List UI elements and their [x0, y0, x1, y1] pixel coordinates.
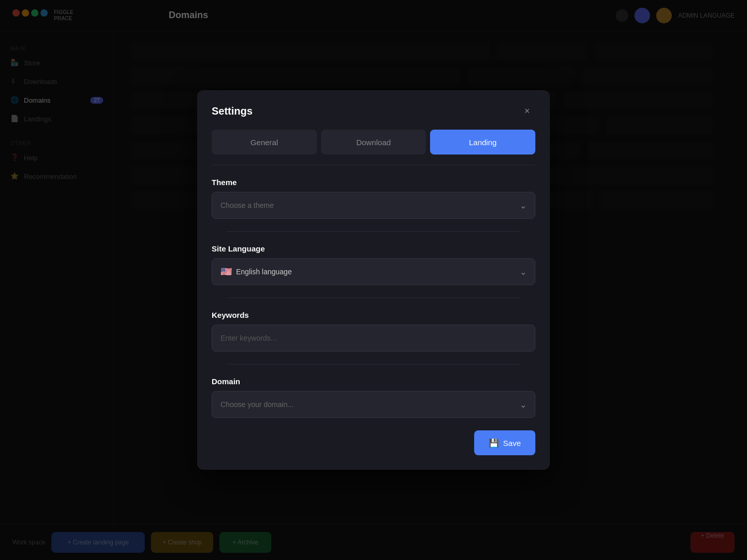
- tabs-bar: General Download Landing: [197, 130, 550, 165]
- theme-select[interactable]: Choose a theme ⌄: [212, 192, 535, 219]
- domain-chevron-icon: ⌄: [520, 400, 527, 410]
- theme-chevron-icon: ⌄: [520, 201, 527, 211]
- tab-download[interactable]: Download: [321, 130, 426, 155]
- domain-select-text: Choose your domain...: [220, 400, 294, 409]
- domain-select[interactable]: Choose your domain... ⌄: [212, 391, 535, 418]
- modal-title: Settings: [212, 105, 253, 117]
- divider-1: [226, 231, 521, 232]
- close-button[interactable]: ×: [519, 103, 535, 119]
- flag-icon: 🇺🇸: [220, 266, 232, 277]
- save-icon: 💾: [489, 438, 499, 448]
- modal-header: Settings ×: [197, 90, 550, 130]
- language-select[interactable]: 🇺🇸 English language ⌄: [212, 258, 535, 285]
- tab-general[interactable]: General: [212, 130, 317, 155]
- language-select-text: 🇺🇸 English language: [220, 266, 292, 277]
- domain-label: Domain: [212, 377, 535, 386]
- divider-2: [226, 298, 521, 298]
- modal-overlay: Settings × General Download Landing Them…: [0, 0, 747, 560]
- settings-modal: Settings × General Download Landing Them…: [197, 90, 550, 470]
- save-btn-row: 💾 Save: [212, 430, 535, 455]
- theme-select-text: Choose a theme: [220, 201, 274, 209]
- theme-label: Theme: [212, 178, 535, 187]
- domain-section: Domain Choose your domain... ⌄: [212, 377, 535, 418]
- save-button[interactable]: 💾 Save: [474, 430, 535, 455]
- keywords-section: Keywords: [212, 311, 535, 352]
- divider-3: [226, 364, 521, 365]
- tab-landing[interactable]: Landing: [430, 130, 535, 155]
- keywords-input[interactable]: [212, 325, 535, 352]
- site-language-section: Site Language 🇺🇸 English language ⌄: [212, 244, 535, 285]
- language-chevron-icon: ⌄: [520, 267, 527, 277]
- site-language-label: Site Language: [212, 244, 535, 253]
- theme-section: Theme Choose a theme ⌄: [212, 178, 535, 219]
- modal-body: Theme Choose a theme ⌄ Site Language 🇺🇸 …: [197, 165, 550, 470]
- keywords-label: Keywords: [212, 311, 535, 319]
- save-btn-label: Save: [503, 439, 521, 447]
